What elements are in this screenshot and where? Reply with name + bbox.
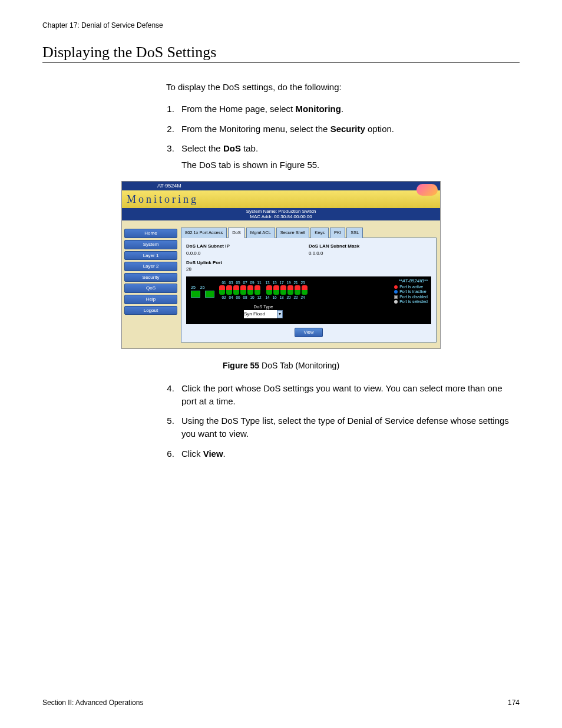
chapter-header: Chapter 17: Denial of Service Defense [42, 21, 520, 29]
port[interactable] [287, 285, 293, 290]
port-diagram: **AT-8524IB** Port is active Port is ina… [186, 276, 431, 324]
port-row-bottom [219, 290, 308, 295]
tab-pki[interactable]: PKI [330, 228, 345, 238]
tab-dos[interactable]: DoS [228, 228, 245, 238]
app-product-name: AT-9524M [122, 182, 440, 190]
legend-disabled: Port is disabled [394, 295, 428, 299]
footer-section: Section II: Advanced Operations [42, 699, 143, 707]
sidebar-nav: HomeSystemLayer 1Layer 2SecurityQoSHelpL… [122, 220, 180, 348]
subnet-ip-value: 0.0.0.0 [186, 250, 309, 257]
port[interactable] [240, 285, 246, 290]
port[interactable] [247, 285, 253, 290]
bottom-port-numbers: 020406081012 141618202224 [219, 295, 308, 300]
dos-panel: DoS LAN Subnet IP 0.0.0.0 DoS LAN Subnet… [181, 238, 437, 342]
port[interactable] [226, 285, 232, 290]
chevron-down-icon[interactable]: ▾ [277, 310, 283, 318]
sidebar-item-layer-1[interactable]: Layer 1 [124, 251, 177, 261]
mac-addr-line: MAC Addr: 00:30:84:00:00:00 [122, 215, 440, 220]
port[interactable] [266, 290, 272, 295]
uplink-value: 28 [186, 266, 309, 273]
steps-list: From the Home page, select Monitoring.Fr… [166, 103, 520, 172]
port[interactable] [295, 285, 300, 290]
brand-logo [416, 184, 438, 196]
uplink-ports: 2526 [191, 280, 214, 298]
port[interactable] [266, 285, 272, 290]
section-title: Displaying the DoS Settings [42, 44, 520, 63]
sidebar-item-home[interactable]: Home [124, 229, 177, 238]
app-system-info: System Name: Production Switch MAC Addr:… [122, 208, 440, 221]
port[interactable] [295, 290, 300, 295]
subnet-mask-label: DoS LAN Subnet Mask [309, 243, 431, 250]
port[interactable] [219, 290, 225, 295]
dos-type-value: Syn Flood [244, 311, 265, 318]
tab-secure-shell[interactable]: Secure Shell [276, 228, 310, 238]
legend-inactive: Port is inactive [394, 289, 428, 294]
sidebar-item-qos[interactable]: QoS [124, 284, 177, 293]
top-port-numbers: 010305070911 131517192123 [219, 280, 308, 285]
tab-mgmt-acl[interactable]: Mgmt ACL [246, 228, 275, 238]
port[interactable] [247, 290, 253, 295]
app-page-title: Monitoring [122, 190, 440, 208]
port-row-top [219, 285, 308, 290]
sidebar-item-help[interactable]: Help [124, 295, 177, 304]
subnet-mask-value: 0.0.0.0 [309, 250, 431, 257]
dos-type-select[interactable]: Syn Flood ▾ [244, 310, 283, 318]
uplink-label: DoS Uplink Port [186, 259, 309, 266]
view-button[interactable]: View [295, 328, 322, 337]
step-item: Click the port whose DoS settings you wa… [177, 382, 520, 408]
figure-number: Figure 55 [223, 361, 259, 370]
steps-list-continued: Click the port whose DoS settings you wa… [166, 382, 520, 460]
figure-title: DoS Tab (Monitoring) [259, 361, 339, 370]
port[interactable] [287, 290, 293, 295]
step-item: Select the DoS tab.The DoS tab is shown … [177, 142, 520, 172]
subnet-ip-label: DoS LAN Subnet IP [186, 243, 309, 250]
tab-802-1x-port-access[interactable]: 802.1x Port Access [181, 228, 227, 238]
port[interactable] [280, 290, 286, 295]
legend-active: Port is active [394, 285, 428, 289]
port-legend: Port is active Port is inactive Port is … [394, 285, 428, 305]
step-item: Click View. [177, 447, 520, 460]
sidebar-item-system[interactable]: System [124, 240, 177, 249]
figure-55: AT-9524M Monitoring System Name: Product… [42, 181, 520, 371]
footer-page-number: 174 [508, 699, 520, 707]
figure-caption: Figure 55 DoS Tab (Monitoring) [223, 360, 339, 371]
step-item: From the Monitoring menu, select the Sec… [177, 123, 520, 136]
port[interactable] [302, 285, 308, 290]
model-label: **AT-8524IB** [399, 278, 428, 285]
port[interactable] [302, 290, 308, 295]
sidebar-item-security[interactable]: Security [124, 273, 177, 282]
port[interactable] [254, 290, 260, 295]
step-item: Using the DoS Type list, select the type… [177, 414, 520, 440]
port[interactable] [280, 285, 286, 290]
port[interactable] [226, 290, 232, 295]
intro-paragraph: To display the DoS settings, do the foll… [166, 81, 520, 94]
port[interactable] [273, 290, 279, 295]
port[interactable] [240, 290, 246, 295]
legend-selected: Port is selected [394, 299, 428, 304]
tab-keys[interactable]: Keys [310, 228, 329, 238]
port[interactable] [219, 285, 225, 290]
sidebar-item-logout[interactable]: Logout [124, 306, 177, 315]
port-box[interactable] [205, 291, 214, 298]
dos-type-label: DoS Type [219, 304, 308, 311]
sidebar-item-layer-2[interactable]: Layer 2 [124, 262, 177, 271]
tab-bar: 802.1x Port AccessDoSMgmt ACLSecure Shel… [181, 228, 437, 238]
tab-ssl[interactable]: SSL [346, 228, 363, 238]
port[interactable] [273, 285, 279, 290]
port[interactable] [233, 285, 239, 290]
port[interactable] [254, 285, 260, 290]
port-box[interactable] [191, 291, 200, 298]
step-item: From the Home page, select Monitoring. [177, 103, 520, 116]
app-screenshot: AT-9524M Monitoring System Name: Product… [121, 181, 441, 349]
port[interactable] [233, 290, 239, 295]
step-note: The DoS tab is shown in Figure 55. [181, 159, 520, 172]
